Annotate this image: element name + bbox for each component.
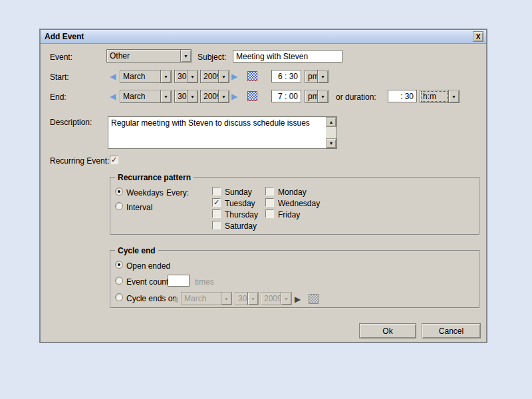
- duration-input[interactable]: : 30: [388, 90, 417, 102]
- start-next-date-icon[interactable]: ▶: [231, 70, 237, 83]
- ends-month-value: March: [182, 293, 221, 305]
- chevron-down-icon[interactable]: ▼: [187, 70, 198, 82]
- interval-radio[interactable]: [115, 202, 123, 210]
- monday-checkbox[interactable]: [265, 187, 274, 196]
- end-ampm-select[interactable]: pm ▼: [305, 90, 329, 103]
- chevron-down-icon[interactable]: ▼: [187, 90, 198, 102]
- every-label: Every:: [166, 188, 189, 198]
- chevron-down-icon[interactable]: ▼: [317, 70, 328, 82]
- saturday-checkbox[interactable]: [212, 221, 221, 229]
- chevron-down-icon: ▼: [281, 293, 291, 305]
- dialog-title: Add Event: [45, 32, 84, 41]
- event-label: Event:: [50, 53, 72, 62]
- cancel-button[interactable]: Cancel: [422, 323, 481, 338]
- end-year-select[interactable]: 2009 ▼: [200, 90, 229, 103]
- cycle-end-title: Cycle end: [115, 246, 158, 255]
- friday-checkbox[interactable]: [265, 209, 274, 218]
- saturday-label: Saturday: [225, 221, 257, 231]
- ok-button[interactable]: Ok: [359, 323, 416, 338]
- start-calendar-icon[interactable]: [247, 71, 257, 81]
- friday-label: Friday: [278, 210, 300, 219]
- start-day-select[interactable]: 30 ▼: [174, 70, 198, 83]
- subject-label: Subject:: [198, 53, 226, 62]
- start-day-value: 30: [175, 70, 187, 82]
- open-ended-label: Open ended: [126, 261, 170, 271]
- ends-year-select: 2009 ▼: [261, 292, 292, 305]
- weekdays-radio[interactable]: [115, 188, 123, 196]
- scroll-up-icon[interactable]: ▲: [326, 117, 336, 127]
- cycle-end-group: Cycle end Open ended Event count times C…: [110, 250, 480, 309]
- chevron-down-icon[interactable]: ▼: [180, 50, 191, 62]
- open-ended-radio[interactable]: [115, 261, 123, 269]
- cycle-ends-on-radio[interactable]: [115, 293, 123, 301]
- end-calendar-icon[interactable]: [247, 91, 257, 101]
- tuesday-label: Tuesday: [225, 199, 255, 208]
- monday-label: Monday: [278, 188, 307, 197]
- start-prev-date-icon[interactable]: ◀: [110, 70, 116, 83]
- end-prev-date-icon[interactable]: ◀: [110, 90, 116, 103]
- duration-unit-value: h:m: [420, 90, 448, 102]
- check-icon: ✓: [213, 199, 219, 206]
- sunday-checkbox[interactable]: [212, 187, 221, 196]
- chevron-down-icon[interactable]: ▼: [448, 90, 459, 102]
- end-month-select[interactable]: March ▼: [120, 90, 172, 103]
- thursday-checkbox[interactable]: [212, 209, 221, 218]
- start-ampm-value: pm: [305, 70, 317, 82]
- event-type-value: Other: [107, 50, 180, 62]
- chevron-down-icon[interactable]: ▼: [160, 70, 171, 82]
- description-scrollbar[interactable]: ▲ ▼: [326, 117, 336, 148]
- recurring-event-checkbox[interactable]: ✓: [110, 156, 118, 164]
- end-year-value: 2009: [201, 90, 218, 102]
- end-time-input[interactable]: 7 : 00: [271, 90, 301, 102]
- thursday-label: Thursday: [225, 210, 258, 219]
- close-icon[interactable]: X: [473, 31, 483, 42]
- event-count-radio[interactable]: [115, 277, 123, 285]
- description-label: Description:: [50, 118, 92, 127]
- weekdays-label: Weekdays: [126, 188, 164, 198]
- sunday-label: Sunday: [225, 188, 252, 197]
- dialog-titlebar: Add Event: [41, 30, 486, 44]
- end-day-value: 30: [175, 90, 187, 102]
- recurrence-pattern-group: Recurrance pattern Weekdays Interval Eve…: [110, 177, 480, 235]
- end-ampm-value: pm: [305, 90, 317, 102]
- chevron-down-icon[interactable]: ▼: [160, 90, 171, 102]
- chevron-down-icon[interactable]: ▼: [218, 90, 229, 102]
- start-month-select[interactable]: March ▼: [120, 70, 172, 83]
- description-textarea[interactable]: Regular meeting with Steven to discuss s…: [108, 116, 337, 149]
- subject-input[interactable]: Meeting with Steven: [233, 50, 342, 63]
- chevron-down-icon[interactable]: ▼: [218, 70, 229, 82]
- ends-day-select: 30 ▼: [235, 292, 259, 305]
- cycle-ends-on-label: Cycle ends on: [126, 294, 177, 303]
- ends-year-value: 2009: [261, 293, 281, 305]
- start-month-value: March: [120, 70, 160, 82]
- start-label: Start:: [50, 72, 69, 82]
- recurring-event-label: Recurring Event:: [50, 156, 109, 166]
- chevron-down-icon[interactable]: ▼: [317, 90, 328, 102]
- end-month-value: March: [120, 90, 160, 102]
- end-day-select[interactable]: 30 ▼: [174, 90, 198, 103]
- recurrence-pattern-title: Recurrance pattern: [115, 173, 194, 182]
- start-ampm-select[interactable]: pm ▼: [305, 70, 329, 83]
- ends-next-date-icon: ▶: [295, 293, 301, 306]
- scroll-down-icon[interactable]: ▼: [326, 138, 336, 148]
- ends-day-value: 30: [235, 293, 247, 305]
- wednesday-label: Wednesday: [278, 199, 320, 208]
- chevron-down-icon: ▼: [221, 293, 231, 305]
- check-icon: ✓: [111, 156, 117, 164]
- end-next-date-icon[interactable]: ▶: [231, 90, 237, 103]
- end-label: End:: [50, 92, 66, 102]
- event-type-select[interactable]: Other ▼: [106, 49, 192, 63]
- ends-month-select: March ▼: [181, 292, 232, 305]
- duration-unit-select[interactable]: h:m ▼: [420, 90, 460, 103]
- start-year-select[interactable]: 2009 ▼: [200, 70, 229, 83]
- chevron-down-icon: ▼: [247, 293, 258, 305]
- add-event-dialog: Add Event X Event: Other ▼ Subject: Meet…: [39, 29, 487, 343]
- start-time-input[interactable]: 6 : 30: [271, 70, 301, 82]
- event-count-input[interactable]: [168, 275, 190, 287]
- tuesday-checkbox[interactable]: ✓: [212, 198, 221, 207]
- start-year-value: 2009: [201, 70, 218, 82]
- ends-prev-date-icon: ◀: [172, 293, 178, 306]
- duration-label: or duration:: [336, 92, 376, 102]
- wednesday-checkbox[interactable]: [265, 198, 274, 207]
- ends-calendar-icon: [309, 294, 319, 304]
